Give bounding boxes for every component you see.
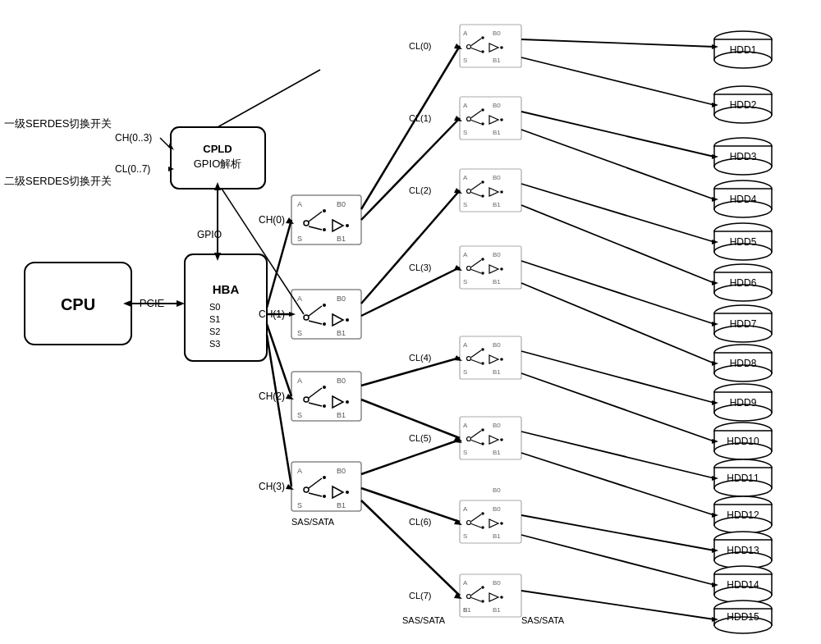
svg-text:S: S xyxy=(297,329,302,337)
svg-line-218 xyxy=(361,267,460,316)
svg-point-20 xyxy=(323,228,326,231)
svg-line-222 xyxy=(361,400,460,438)
svg-text:B1: B1 xyxy=(493,129,501,136)
svg-point-118 xyxy=(500,358,503,361)
hba-s1: S1 xyxy=(209,314,220,324)
svg-text:A: A xyxy=(297,295,302,303)
svg-point-56 xyxy=(323,495,326,498)
svg-point-114 xyxy=(481,348,484,351)
svg-text:A: A xyxy=(297,467,302,475)
svg-text:B1: B1 xyxy=(337,235,346,243)
svg-rect-109 xyxy=(460,336,521,379)
svg-text:B0: B0 xyxy=(493,579,501,587)
svg-point-116 xyxy=(481,362,484,365)
cl3-label: CL(3) xyxy=(409,263,432,272)
svg-text:A: A xyxy=(297,377,302,385)
svg-point-130 xyxy=(500,438,503,441)
cl-range-label: CL(0..7) xyxy=(115,163,150,175)
svg-text:B1: B1 xyxy=(463,606,471,614)
svg-rect-85 xyxy=(460,169,521,212)
cl0-label: CL(0) xyxy=(409,41,432,51)
svg-text:B0: B0 xyxy=(493,505,501,513)
svg-point-90 xyxy=(481,180,484,184)
ch2-label: CH(2) xyxy=(259,391,285,402)
svg-point-92 xyxy=(481,194,484,198)
svg-point-46 xyxy=(346,400,349,404)
svg-point-34 xyxy=(346,318,349,322)
hdd1-label: HDD1 xyxy=(730,44,757,56)
svg-point-152 xyxy=(481,600,484,603)
svg-line-238 xyxy=(521,184,714,242)
svg-line-214 xyxy=(361,118,460,220)
svg-line-232 xyxy=(521,57,714,105)
architecture-diagram: CPU PCIE HBA S0 S1 S2 S3 CPLD GPIO解析 CH(… xyxy=(0,0,821,644)
svg-line-256 xyxy=(521,535,714,585)
hdd9-label: HDD9 xyxy=(730,397,757,409)
cl4-label: CL(4) xyxy=(409,353,432,363)
svg-point-58 xyxy=(346,491,349,494)
svg-point-140 xyxy=(481,526,484,529)
svg-text:S: S xyxy=(463,278,467,285)
svg-text:A: A xyxy=(463,579,468,587)
svg-rect-61 xyxy=(460,25,521,67)
svg-point-126 xyxy=(481,428,484,432)
svg-text:S: S xyxy=(297,501,302,509)
sas-sata-2-label: SAS/SATA xyxy=(402,615,446,625)
svg-text:B1: B1 xyxy=(493,606,501,614)
svg-line-246 xyxy=(521,351,714,403)
svg-line-244 xyxy=(521,283,714,363)
hba-s0: S0 xyxy=(209,302,220,312)
svg-point-80 xyxy=(481,122,484,126)
svg-rect-121 xyxy=(460,417,521,459)
svg-text:S: S xyxy=(463,532,467,540)
svg-point-18 xyxy=(323,209,326,212)
hdd3-label: HDD3 xyxy=(730,151,757,162)
svg-rect-133 xyxy=(460,500,521,543)
svg-text:B1: B1 xyxy=(493,201,501,208)
svg-text:B0: B0 xyxy=(337,377,346,385)
svg-line-230 xyxy=(521,39,714,47)
svg-text:B1: B1 xyxy=(493,57,501,64)
cpld-label: CPLD xyxy=(203,143,232,155)
svg-text:B0: B0 xyxy=(493,174,501,181)
svg-point-42 xyxy=(323,386,326,389)
svg-text:B0: B0 xyxy=(337,200,346,208)
svg-point-30 xyxy=(323,304,326,307)
svg-line-236 xyxy=(521,130,714,199)
svg-text:S: S xyxy=(463,449,467,456)
svg-point-66 xyxy=(481,36,484,39)
svg-point-128 xyxy=(481,442,484,445)
hdd11-label: HDD11 xyxy=(727,473,759,484)
svg-text:B1: B1 xyxy=(337,501,346,509)
svg-point-70 xyxy=(500,46,503,49)
svg-point-106 xyxy=(500,267,503,271)
sas-sata-3-label: SAS/SATA xyxy=(521,615,565,625)
cl7-label: CL(7) xyxy=(409,591,432,601)
ch0-label: CH(0) xyxy=(259,214,285,226)
svg-point-54 xyxy=(323,476,326,479)
svg-text:B1: B1 xyxy=(493,449,501,456)
svg-text:B1: B1 xyxy=(493,368,501,376)
ch-range-label: CH(0..3) xyxy=(115,132,152,144)
svg-text:B1: B1 xyxy=(493,532,501,540)
hdd4-label: HDD4 xyxy=(730,194,757,205)
svg-line-240 xyxy=(521,205,714,283)
svg-line-260 xyxy=(218,70,320,127)
svg-text:S: S xyxy=(463,57,467,64)
svg-point-102 xyxy=(481,258,484,261)
hba-s3: S3 xyxy=(209,339,220,349)
svg-line-250 xyxy=(521,432,714,478)
svg-point-32 xyxy=(323,322,326,326)
svg-text:B0: B0 xyxy=(493,486,501,494)
svg-line-216 xyxy=(361,190,460,304)
svg-line-252 xyxy=(521,453,714,515)
svg-line-242 xyxy=(521,261,714,324)
svg-text:A: A xyxy=(463,505,468,513)
hdd12-label: HDD12 xyxy=(727,509,759,521)
svg-point-94 xyxy=(500,190,503,194)
hba-label: HBA xyxy=(213,282,240,296)
cl1-label: CL(1) xyxy=(409,113,432,123)
svg-rect-4 xyxy=(185,254,267,361)
hdd6-label: HDD6 xyxy=(730,277,757,289)
svg-rect-73 xyxy=(460,97,521,139)
